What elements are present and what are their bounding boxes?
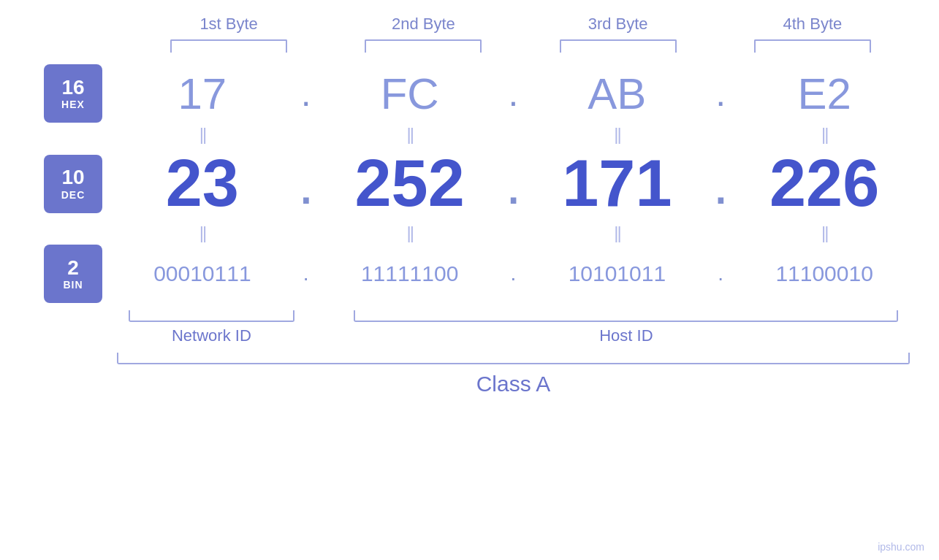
bin-b2-cell: 11111100	[324, 261, 495, 286]
bin-row: 2 BIN 00010111 . 11111100 . 10101011 .	[29, 245, 910, 303]
dec-row: 10 DEC 23 . 252 . 171 . 226	[29, 146, 910, 221]
byte-headers-row: 1st Byte 2nd Byte 3rd Byte 4th Byte	[29, 15, 910, 34]
hex-b2-cell: FC	[324, 69, 495, 119]
byte3-header: 3rd Byte	[588, 15, 648, 34]
hex-dot3: .	[702, 75, 739, 112]
dec-b2: 252	[355, 147, 465, 220]
hex-dot1-symbol: .	[301, 73, 311, 114]
dec-dot1: .	[288, 155, 324, 213]
bracket-b1-col	[132, 39, 326, 53]
network-id-bracket	[129, 310, 295, 322]
dec-badge-number: 10	[61, 166, 84, 189]
dec-b1-cell: 23	[117, 146, 288, 221]
bin-dot2: .	[495, 264, 532, 284]
bin-b4-cell: 11100010	[739, 261, 910, 286]
host-id-bracket	[354, 310, 898, 322]
bottom-brackets-row	[117, 310, 910, 322]
eq-row-2: || || || ||	[29, 223, 910, 243]
bin-dot3-symbol: .	[718, 262, 723, 285]
bin-dot1: .	[288, 264, 324, 284]
host-id-label-col: Host ID	[343, 326, 910, 345]
eq2-b3-sign: ||	[614, 223, 620, 242]
hex-b4: E2	[797, 69, 851, 118]
dec-b3: 171	[562, 147, 672, 220]
dec-badge-spacer: 10 DEC	[29, 155, 117, 213]
eq-row-1: || || || ||	[29, 124, 910, 145]
byte1-header: 1st Byte	[199, 15, 257, 34]
hex-b3-cell: AB	[532, 69, 703, 119]
byte3-header-col: 3rd Byte	[521, 15, 715, 34]
hex-dot1: .	[288, 75, 324, 112]
eq2-b2: ||	[324, 223, 495, 243]
watermark: ipshu.com	[878, 541, 924, 553]
id-labels-row: Network ID Host ID	[117, 326, 910, 345]
class-label-row: Class A	[117, 372, 910, 396]
bracket-byte4	[754, 39, 871, 53]
eq1-b2: ||	[324, 124, 495, 145]
bracket-byte2	[365, 39, 482, 53]
eq1-b4: ||	[739, 124, 910, 145]
eq1-b1: ||	[117, 124, 288, 145]
bottom-brackets-labels: Network ID Host ID Class A	[117, 310, 910, 396]
bin-badge-spacer: 2 BIN	[29, 245, 117, 303]
eq2-b4: ||	[739, 223, 910, 243]
bin-b2: 11111100	[361, 261, 458, 285]
byte2-header: 2nd Byte	[392, 15, 455, 34]
eq1-b4-sign: ||	[821, 124, 827, 144]
bin-b4: 11100010	[775, 261, 873, 285]
dec-dot3-symbol: .	[712, 151, 729, 216]
hex-b1: 17	[178, 69, 227, 118]
hex-b3: AB	[588, 69, 646, 118]
dec-values-row: 23 . 252 . 171 . 226	[117, 146, 910, 221]
bracket-byte1	[170, 39, 287, 53]
eq2-row: || || || ||	[117, 223, 910, 243]
eq1-b1-sign: ||	[199, 124, 205, 144]
eq1-b3: ||	[532, 124, 703, 145]
eq2-b3: ||	[532, 223, 703, 243]
network-id-label: Network ID	[172, 326, 251, 345]
eq2-b4-sign: ||	[821, 223, 827, 242]
bracket-b2-col	[326, 39, 520, 53]
dec-badge-label: DEC	[61, 189, 85, 201]
bottom-section: Network ID Host ID Class A	[29, 310, 910, 396]
hex-values-row: 17 . FC . AB . E2	[117, 69, 910, 119]
hex-b1-cell: 17	[117, 69, 288, 119]
dec-dot2-symbol: .	[505, 151, 521, 216]
hex-badge-spacer: 16 HEX	[29, 64, 117, 123]
host-id-label: Host ID	[599, 326, 653, 345]
hex-dot2: .	[495, 75, 532, 112]
bracket-b3-col	[521, 39, 715, 53]
hex-dot3-symbol: .	[715, 73, 726, 114]
dec-b3-cell: 171	[532, 146, 703, 221]
main-container: 1st Byte 2nd Byte 3rd Byte 4th Byte 16	[0, 0, 939, 560]
dec-badge: 10 DEC	[44, 155, 102, 213]
eq1-b3-sign: ||	[614, 124, 620, 144]
dec-dot3: .	[702, 155, 739, 213]
bin-dot1-symbol: .	[303, 262, 309, 285]
bin-b1-cell: 00010111	[117, 261, 288, 286]
hex-b2: FC	[381, 69, 439, 118]
bin-dot3: .	[702, 264, 739, 284]
hex-badge-label: HEX	[61, 99, 85, 110]
hex-dot2-symbol: .	[509, 73, 519, 114]
byte1-header-col: 1st Byte	[132, 15, 326, 34]
dec-b2-cell: 252	[324, 146, 495, 221]
dec-dot2: .	[495, 155, 532, 213]
bracket-b4-col	[715, 39, 910, 53]
dec-b4-cell: 226	[739, 146, 910, 221]
eq1-b2-sign: ||	[406, 124, 412, 144]
dec-dot1-symbol: .	[298, 151, 314, 216]
bracket-dot-spacer	[306, 310, 343, 322]
bin-badge-number: 2	[67, 257, 79, 280]
hex-row: 16 HEX 17 . FC . AB . E2	[29, 64, 910, 123]
eq2-b1-sign: ||	[199, 223, 205, 242]
label-dot-spacer	[306, 326, 343, 345]
byte2-header-col: 2nd Byte	[326, 15, 520, 34]
bin-badge-label: BIN	[63, 279, 83, 291]
class-label: Class A	[476, 372, 551, 396]
watermark-text: ipshu.com	[878, 541, 924, 553]
bin-b1: 00010111	[153, 261, 251, 285]
bin-dot2-symbol: .	[511, 262, 517, 285]
hex-b4-cell: E2	[739, 69, 910, 119]
network-id-label-col: Network ID	[117, 326, 306, 345]
